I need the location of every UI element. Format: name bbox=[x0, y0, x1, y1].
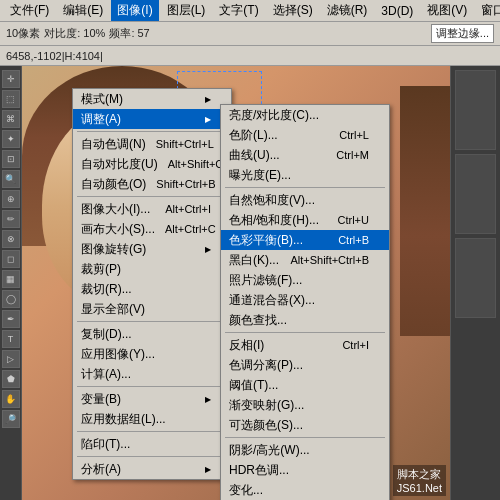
sep4 bbox=[77, 386, 227, 387]
menu-text[interactable]: 文字(T) bbox=[213, 0, 264, 21]
menu-trap[interactable]: 陷印(T)... bbox=[73, 434, 231, 454]
watermark-line2: JS61.Net bbox=[397, 482, 442, 494]
menu-layer[interactable]: 图层(L) bbox=[161, 0, 212, 21]
menu-rotate[interactable]: 图像旋转(G) bbox=[73, 239, 231, 259]
menu-hdr-toning[interactable]: HDR色调... bbox=[221, 460, 389, 480]
menu-auto-tone[interactable]: 自动色调(N) Shift+Ctrl+L bbox=[73, 134, 231, 154]
right-panel bbox=[450, 66, 500, 500]
menu-apply-dataset[interactable]: 应用数据组(L)... bbox=[73, 409, 231, 429]
photoshop-window: 文件(F) 编辑(E) 图像(I) 图层(L) 文字(T) 选择(S) 滤镜(R… bbox=[0, 0, 500, 500]
menu-shadows-highlights[interactable]: 阴影/高光(W)... bbox=[221, 440, 389, 460]
panel-layers bbox=[455, 70, 496, 150]
menu-analysis[interactable]: 分析(A) bbox=[73, 459, 231, 479]
menu-posterize[interactable]: 色调分离(P)... bbox=[221, 355, 389, 375]
tool-select[interactable]: ⬚ bbox=[2, 90, 20, 108]
menu-select[interactable]: 选择(S) bbox=[267, 0, 319, 21]
option-label4[interactable]: 调整边缘... bbox=[431, 24, 494, 43]
menu-gradient-map[interactable]: 渐变映射(G)... bbox=[221, 395, 389, 415]
menu-color-balance[interactable]: 色彩平衡(B)... Ctrl+B bbox=[221, 230, 389, 250]
tool-hand[interactable]: ✋ bbox=[2, 390, 20, 408]
sep6 bbox=[77, 456, 227, 457]
hair-right bbox=[400, 86, 450, 336]
menu-bar: 文件(F) 编辑(E) 图像(I) 图层(L) 文字(T) 选择(S) 滤镜(R… bbox=[0, 0, 500, 22]
option-label2: 对比度: 10% bbox=[44, 26, 105, 41]
menu-view[interactable]: 视图(V) bbox=[421, 0, 473, 21]
menu-selective-color[interactable]: 可选颜色(S)... bbox=[221, 415, 389, 435]
sep3 bbox=[77, 321, 227, 322]
coords-text: 6458,-1102|H:4104| bbox=[6, 50, 103, 62]
menu-apply-image[interactable]: 应用图像(Y)... bbox=[73, 344, 231, 364]
tool-gradient[interactable]: ▦ bbox=[2, 270, 20, 288]
menu-threshold[interactable]: 阈值(T)... bbox=[221, 375, 389, 395]
menu-filter[interactable]: 滤镜(R) bbox=[321, 0, 374, 21]
menu-brightness-contrast[interactable]: 亮度/对比度(C)... bbox=[221, 105, 389, 125]
menu-file[interactable]: 文件(F) bbox=[4, 0, 55, 21]
menu-image[interactable]: 图像(I) bbox=[111, 0, 158, 21]
menu-calculations[interactable]: 计算(A)... bbox=[73, 364, 231, 384]
menu-hue-saturation[interactable]: 色相/饱和度(H)... Ctrl+U bbox=[221, 210, 389, 230]
options-bar: 10像素 对比度: 10% 频率: 57 调整边缘... bbox=[0, 22, 500, 46]
menu-photo-filter[interactable]: 照片滤镜(F)... bbox=[221, 270, 389, 290]
menu-duplicate[interactable]: 复制(D)... bbox=[73, 324, 231, 344]
left-toolbar: ✛ ⬚ ⌘ ✦ ⊡ 🔍 ⊕ ✏ ⊗ ◻ ▦ ◯ ✒ T ▷ ⬟ ✋ 🔎 bbox=[0, 66, 22, 500]
menu-curves[interactable]: 曲线(U)... Ctrl+M bbox=[221, 145, 389, 165]
sep-l2-1 bbox=[225, 187, 385, 188]
menu-black-white[interactable]: 黑白(K)... Alt+Shift+Ctrl+B bbox=[221, 250, 389, 270]
menu-auto-contrast[interactable]: 自动对比度(U) Alt+Shift+Ctrl+L bbox=[73, 154, 231, 174]
menu-levels[interactable]: 色阶(L)... Ctrl+L bbox=[221, 125, 389, 145]
menu-channel-mixer[interactable]: 通道混合器(X)... bbox=[221, 290, 389, 310]
watermark: 脚本之家 JS61.Net bbox=[393, 465, 446, 496]
menu-reveal-all[interactable]: 显示全部(V) bbox=[73, 299, 231, 319]
sep-l2-3 bbox=[225, 437, 385, 438]
tool-lasso[interactable]: ⌘ bbox=[2, 110, 20, 128]
menu-mode[interactable]: 模式(M) bbox=[73, 89, 231, 109]
tool-clone[interactable]: ⊗ bbox=[2, 230, 20, 248]
menu-variables[interactable]: 变量(B) bbox=[73, 389, 231, 409]
tool-magic[interactable]: ✦ bbox=[2, 130, 20, 148]
tool-dodge[interactable]: ◯ bbox=[2, 290, 20, 308]
menu-invert[interactable]: 反相(I) Ctrl+I bbox=[221, 335, 389, 355]
menu-trim[interactable]: 裁切(R)... bbox=[73, 279, 231, 299]
menu-adjust[interactable]: 调整(A) bbox=[73, 109, 231, 129]
tool-eraser[interactable]: ◻ bbox=[2, 250, 20, 268]
tool-heal[interactable]: ⊕ bbox=[2, 190, 20, 208]
menu-variations[interactable]: 变化... bbox=[221, 480, 389, 500]
canvas-area: 模式(M) 调整(A) 自动色调(N) Shift+Ctrl+L 自动对比度(U… bbox=[22, 66, 450, 500]
watermark-line1: 脚本之家 bbox=[397, 467, 442, 482]
panel-channels bbox=[455, 154, 496, 234]
menu-color-lookup[interactable]: 颜色查找... bbox=[221, 310, 389, 330]
main-area: ✛ ⬚ ⌘ ✦ ⊡ 🔍 ⊕ ✏ ⊗ ◻ ▦ ◯ ✒ T ▷ ⬟ ✋ 🔎 bbox=[0, 66, 500, 500]
tool-brush[interactable]: ✏ bbox=[2, 210, 20, 228]
menu-canvas-size[interactable]: 画布大小(S)... Alt+Ctrl+C bbox=[73, 219, 231, 239]
menu-image-size[interactable]: 图像大小(I)... Alt+Ctrl+I bbox=[73, 199, 231, 219]
tool-path[interactable]: ▷ bbox=[2, 350, 20, 368]
adjust-submenu-dropdown: 亮度/对比度(C)... 色阶(L)... Ctrl+L 曲线(U)... Ct… bbox=[220, 104, 390, 500]
tool-move[interactable]: ✛ bbox=[2, 70, 20, 88]
option-label1: 10像素 bbox=[6, 26, 40, 41]
tool-zoom[interactable]: 🔎 bbox=[2, 410, 20, 428]
sep5 bbox=[77, 431, 227, 432]
tool-type[interactable]: T bbox=[2, 330, 20, 348]
option-label3: 频率: 57 bbox=[109, 26, 149, 41]
panel-history bbox=[455, 238, 496, 318]
tool-eyedropper[interactable]: 🔍 bbox=[2, 170, 20, 188]
menu-window[interactable]: 窗口(W) bbox=[475, 0, 500, 21]
menu-vibrance[interactable]: 自然饱和度(V)... bbox=[221, 190, 389, 210]
tool-crop[interactable]: ⊡ bbox=[2, 150, 20, 168]
tool-pen[interactable]: ✒ bbox=[2, 310, 20, 328]
menu-edit[interactable]: 编辑(E) bbox=[57, 0, 109, 21]
image-menu-dropdown: 模式(M) 调整(A) 自动色调(N) Shift+Ctrl+L 自动对比度(U… bbox=[72, 88, 232, 480]
menu-3d[interactable]: 3D(D) bbox=[375, 2, 419, 20]
sep1 bbox=[77, 131, 227, 132]
menu-exposure[interactable]: 曝光度(E)... bbox=[221, 165, 389, 185]
sep-l2-2 bbox=[225, 332, 385, 333]
sep2 bbox=[77, 196, 227, 197]
tool-shape[interactable]: ⬟ bbox=[2, 370, 20, 388]
coords-bar: 6458,-1102|H:4104| bbox=[0, 46, 500, 66]
menu-crop[interactable]: 裁剪(P) bbox=[73, 259, 231, 279]
menu-auto-color[interactable]: 自动颜色(O) Shift+Ctrl+B bbox=[73, 174, 231, 194]
